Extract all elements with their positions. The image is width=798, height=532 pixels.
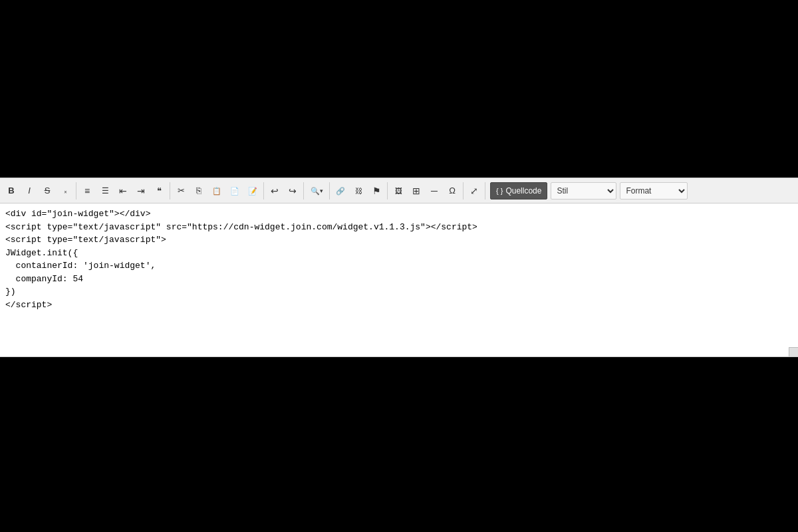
table-icon xyxy=(412,186,420,196)
editor-wrapper: B I S ₓ xyxy=(0,178,798,357)
table-button[interactable] xyxy=(408,182,425,200)
subscript-button[interactable]: ₓ xyxy=(57,182,74,200)
editor-content-area[interactable]: <div id="join-widget"></div> <script typ… xyxy=(0,203,798,356)
toolbar: B I S ₓ xyxy=(0,178,798,203)
hr-icon xyxy=(431,186,438,196)
outdent-button[interactable] xyxy=(114,182,132,200)
toolbar-group-formatting: B I S ₓ xyxy=(3,182,76,200)
paste-text-icon xyxy=(230,186,239,196)
fullscreen-icon xyxy=(470,186,478,196)
toolbar-group-view xyxy=(466,182,485,200)
unordered-list-icon xyxy=(102,186,109,196)
unlink-button[interactable] xyxy=(350,182,367,200)
blockquote-button[interactable] xyxy=(150,182,168,200)
undo-icon xyxy=(271,186,279,196)
blockquote-icon xyxy=(157,186,162,196)
unordered-list-button[interactable] xyxy=(96,182,114,200)
outdent-icon xyxy=(119,186,127,196)
paste-text-button[interactable] xyxy=(226,182,243,200)
toolbar-group-links xyxy=(332,182,388,200)
italic-button[interactable]: I xyxy=(21,182,38,200)
undo-button[interactable] xyxy=(266,182,283,200)
toolbar-group-lists xyxy=(78,182,170,200)
find-button[interactable]: ▾ xyxy=(306,182,327,200)
cut-icon xyxy=(178,186,185,196)
bold-button[interactable]: B xyxy=(3,182,20,200)
toolbar-group-source: { } Quellcode Stil Absatz Überschrift 1 … xyxy=(490,182,690,200)
paste-button[interactable] xyxy=(208,182,225,200)
ordered-list-button[interactable] xyxy=(78,182,96,200)
copy-icon xyxy=(196,186,201,196)
paste-word-button[interactable] xyxy=(244,182,261,200)
special-char-icon xyxy=(449,186,456,196)
unlink-icon xyxy=(355,186,362,196)
find-icon xyxy=(311,186,320,196)
style-select[interactable]: Stil Absatz Überschrift 1 Überschrift 2 … xyxy=(551,182,616,200)
toolbar-group-clipboard xyxy=(172,182,264,200)
redo-button[interactable] xyxy=(284,182,301,200)
paste-word-icon xyxy=(248,186,257,196)
redo-icon xyxy=(289,186,297,196)
toolbar-group-search: ▾ xyxy=(306,182,330,200)
link-icon xyxy=(336,186,345,196)
link-button[interactable] xyxy=(332,182,349,200)
scrollbar-corner xyxy=(789,347,798,356)
toolbar-group-insert xyxy=(390,182,464,200)
anchor-icon xyxy=(372,186,381,196)
ordered-list-icon xyxy=(84,186,90,196)
strikethrough-button[interactable]: S xyxy=(39,182,56,200)
special-char-button[interactable] xyxy=(444,182,461,200)
paste-icon xyxy=(212,186,221,196)
fullscreen-button[interactable] xyxy=(466,182,483,200)
hr-button[interactable] xyxy=(426,182,443,200)
format-select[interactable]: Format Fett Kursiv Unterstrichen xyxy=(620,182,688,200)
indent-button[interactable] xyxy=(132,182,150,200)
cut-button[interactable] xyxy=(172,182,190,200)
image-button[interactable] xyxy=(390,182,407,200)
anchor-button[interactable] xyxy=(368,182,385,200)
toolbar-group-history xyxy=(266,182,304,200)
source-button[interactable]: { } Quellcode xyxy=(490,182,547,200)
copy-button[interactable] xyxy=(190,182,207,200)
source-icon: { } xyxy=(496,187,503,195)
indent-icon xyxy=(137,186,145,196)
image-icon xyxy=(395,186,402,196)
